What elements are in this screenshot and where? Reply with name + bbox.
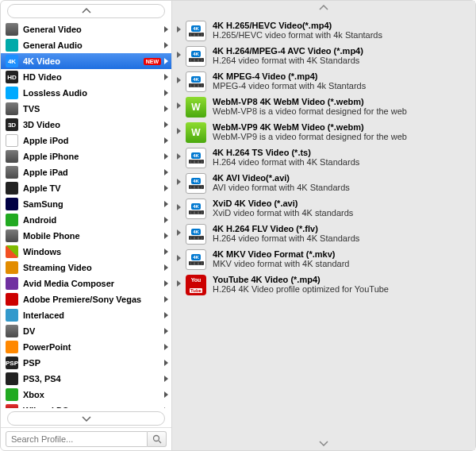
4k-mp4-icon: 4K⬚⬚⬚ [186, 46, 206, 67]
category-label: Avid Media Composer [23, 279, 161, 288]
category-item[interactable]: 4K4K VideoNEW [1, 53, 171, 69]
category-item[interactable]: Apple iPod [1, 133, 171, 148]
powerpoint-icon [6, 341, 18, 353]
search-row [1, 427, 171, 450]
xbox-icon [6, 388, 18, 401]
svg-line-1 [159, 441, 161, 443]
category-item[interactable]: TVS [1, 101, 171, 117]
chevron-right-icon [164, 296, 168, 303]
format-desc: AVI video format with 4K Standards [213, 183, 469, 192]
category-item[interactable]: PowerPoint [1, 339, 171, 355]
format-desc: WebM-VP9 is a video format designed for … [213, 132, 469, 141]
format-desc: H.264 video format with 4K Standards [213, 157, 469, 167]
format-name: WebM-VP8 4K WebM Video (*.webm) [213, 97, 469, 106]
chevron-right-icon [177, 204, 181, 210]
search-input[interactable] [6, 431, 148, 447]
format-item[interactable]: 4K⬚⬚⬚4K H.264 TS Video (*.ts)H.264 video… [172, 145, 475, 171]
format-item[interactable]: 4K⬚⬚⬚4K MKV Video Format (*.mkv)MKV vide… [172, 247, 475, 272]
category-item[interactable]: Mobile Phone [1, 228, 171, 244]
chevron-right-icon [177, 77, 181, 83]
format-item[interactable]: YouTube 4K Video (*.mp4)H.264 4K Video p… [172, 272, 475, 298]
category-item[interactable]: Apple TV [1, 180, 171, 196]
chevron-right-icon [164, 233, 168, 239]
format-text: 4K H.264 TS Video (*.ts)H.264 video form… [213, 148, 469, 167]
search-button[interactable] [148, 431, 167, 447]
scroll-up-button[interactable] [7, 4, 165, 18]
category-item[interactable]: Wii and DS [1, 403, 171, 408]
chevron-right-icon [177, 128, 181, 134]
category-item[interactable]: DV [1, 323, 171, 339]
format-panel: 4K⬚⬚⬚4K H.265/HEVC Video(*.mp4)H.265/HEV… [172, 1, 475, 450]
format-item[interactable]: 4K⬚⬚⬚4K AVI Video(*.avi)AVI video format… [172, 171, 475, 196]
chevron-right-icon [177, 179, 181, 185]
format-item[interactable]: 4K⬚⬚⬚XviD 4K Video (*.avi)XviD video for… [172, 196, 475, 222]
hd-badge-icon: HD [6, 71, 18, 83]
tv-icon [6, 102, 18, 115]
chevron-right-icon [164, 137, 168, 144]
category-label: Streaming Video [23, 263, 161, 272]
format-text: YouTube 4K Video (*.mp4)H.264 4K Video p… [213, 275, 469, 294]
format-desc: H.264 4K Video profile optimized for You… [213, 284, 469, 294]
category-item[interactable]: Lossless Audio [1, 85, 171, 101]
category-label: General Audio [23, 40, 161, 50]
format-text: WebM-VP9 4K WebM Video (*.webm)WebM-VP9 … [213, 122, 469, 141]
category-label: SamSung [23, 199, 161, 209]
format-name: 4K H.264 TS Video (*.ts) [213, 148, 469, 157]
chevron-right-icon [164, 328, 168, 334]
chevron-right-icon [177, 153, 181, 160]
category-item[interactable]: 3D3D Video [1, 117, 171, 133]
category-label: Apple iPod [23, 136, 161, 145]
format-desc: H.264 video format with 4K Standards [213, 56, 469, 65]
new-badge: NEW [144, 58, 161, 65]
format-item[interactable]: WebM-VP9 4K WebM Video (*.webm)WebM-VP9 … [172, 120, 475, 145]
chevron-right-icon [164, 407, 168, 408]
category-item[interactable]: Avid Media Composer [1, 276, 171, 291]
format-item[interactable]: 4K⬚⬚⬚4K H.265/HEVC Video(*.mp4)H.265/HEV… [172, 18, 475, 44]
chevron-right-icon [164, 169, 168, 175]
format-item[interactable]: 4K⬚⬚⬚4K MPEG-4 Video (*.mp4)MPEG-4 video… [172, 69, 475, 94]
chevron-up-icon [82, 8, 91, 14]
format-item[interactable]: WebM-VP8 4K WebM Video (*.webm)WebM-VP8 … [172, 94, 475, 120]
category-item[interactable]: HDHD Video [1, 69, 171, 85]
category-item[interactable]: Streaming Video [1, 260, 171, 276]
category-item[interactable]: PSPPSP [1, 355, 171, 371]
category-label: 4K Video [23, 56, 140, 66]
category-item[interactable]: Windows [1, 244, 171, 260]
category-item[interactable]: Apple iPad [1, 164, 171, 180]
category-item[interactable]: General Audio [1, 37, 171, 53]
format-text: XviD 4K Video (*.avi)XviD video format w… [213, 199, 469, 218]
category-item[interactable]: Xbox [1, 387, 171, 403]
adobe-icon [6, 293, 18, 306]
category-item[interactable]: SamSung [1, 196, 171, 212]
4k-badge-icon: 4K [6, 55, 18, 67]
format-item[interactable]: 4K⬚⬚⬚4K H.264/MPEG-4 AVC Video (*.mp4)H.… [172, 44, 475, 69]
format-desc: MPEG-4 video format with 4k Stantards [213, 81, 469, 91]
category-label: Wii and DS [23, 406, 161, 408]
category-item[interactable]: General Video [1, 21, 171, 37]
scroll-up-button[interactable] [172, 1, 475, 15]
ipod-icon [6, 134, 18, 147]
format-list: 4K⬚⬚⬚4K H.265/HEVC Video(*.mp4)H.265/HEV… [172, 15, 475, 436]
scroll-down-button[interactable] [7, 411, 165, 426]
format-name: 4K H.264 FLV Video (*.flv) [213, 224, 469, 233]
category-label: PSP [23, 358, 161, 368]
category-item[interactable]: Interlaced [1, 307, 171, 323]
4k-ts-icon: 4K⬚⬚⬚ [186, 148, 206, 168]
format-name: 4K H.265/HEVC Video(*.mp4) [213, 21, 469, 30]
chevron-down-icon [82, 415, 91, 422]
category-item[interactable]: PS3, PS4 [1, 371, 171, 387]
profile-picker: General VideoGeneral Audio4K4K VideoNEWH… [0, 0, 476, 451]
chevron-right-icon [164, 344, 168, 350]
ipad-icon [6, 166, 18, 179]
category-label: Apple iPad [23, 168, 161, 177]
category-item[interactable]: Adobe Premiere/Sony Vegas [1, 291, 171, 307]
format-name: WebM-VP9 4K WebM Video (*.webm) [213, 122, 469, 132]
chevron-right-icon [164, 74, 168, 80]
category-item[interactable]: Apple iPhone [1, 148, 171, 164]
format-item[interactable]: 4K⬚⬚⬚4K H.264 FLV Video (*.flv)H.264 vid… [172, 222, 475, 247]
category-item[interactable]: Android [1, 212, 171, 228]
format-desc: XviD video format with 4K standards [213, 208, 469, 218]
format-name: YouTube 4K Video (*.mp4) [213, 275, 469, 284]
playstation-icon [6, 372, 18, 385]
scroll-down-button[interactable] [172, 436, 475, 450]
